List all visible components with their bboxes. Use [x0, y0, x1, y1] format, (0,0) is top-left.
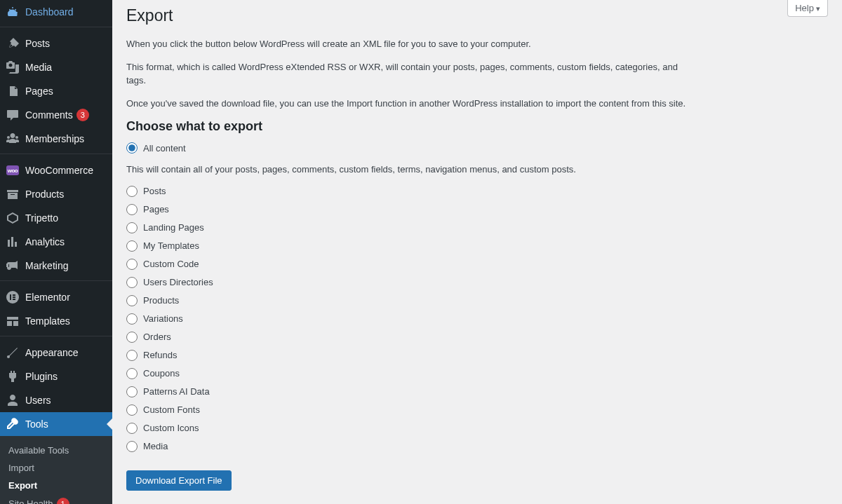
section-heading: Choose what to export — [126, 119, 828, 134]
radio-option[interactable] — [126, 277, 138, 288]
media-icon — [6, 60, 20, 74]
export-option: Custom Code — [126, 259, 828, 270]
export-option: Posts — [126, 186, 828, 197]
radio-label[interactable]: Products — [143, 295, 179, 306]
radio-option[interactable] — [126, 313, 138, 325]
sidebar-item-tripetto[interactable]: Tripetto — [0, 206, 112, 230]
submenu-site-health[interactable]: Site Health1 — [0, 494, 112, 504]
menu-separator — [0, 333, 112, 336]
radio-option[interactable] — [126, 404, 138, 416]
download-export-button[interactable]: Download Export File — [126, 470, 232, 491]
radio-option[interactable] — [126, 441, 138, 452]
radio-label[interactable]: Patterns AI Data — [143, 386, 210, 397]
sidebar-item-products[interactable]: Products — [0, 182, 112, 206]
radio-option[interactable] — [126, 368, 138, 379]
help-label: Help — [795, 3, 814, 13]
radio-option[interactable] — [126, 259, 138, 270]
submenu-label: Available Tools — [8, 445, 69, 456]
brush-icon — [6, 346, 20, 360]
svg-rect-1 — [10, 294, 11, 300]
sidebar-item-tools[interactable]: Tools — [0, 412, 112, 436]
submenu-export[interactable]: Export — [0, 477, 112, 494]
sidebar-item-label: Products — [25, 189, 64, 200]
sidebar-item-label: Pages — [25, 86, 53, 97]
count-badge: 3 — [76, 109, 89, 121]
radio-label[interactable]: Pages — [143, 204, 169, 214]
sidebar-item-label: Analytics — [25, 236, 65, 247]
radio-option[interactable] — [126, 240, 138, 252]
sidebar-item-elementor[interactable]: Elementor — [0, 285, 112, 309]
radio-label[interactable]: Custom Code — [143, 259, 199, 269]
sidebar-item-marketing[interactable]: Marketing — [0, 254, 112, 278]
radio-option[interactable] — [126, 332, 138, 343]
count-badge: 1 — [57, 498, 69, 504]
sidebar-item-comments[interactable]: Comments 3 — [0, 103, 112, 127]
sidebar-item-pages[interactable]: Pages — [0, 79, 112, 103]
radio-label[interactable]: My Templates — [143, 240, 199, 251]
pin-icon — [6, 36, 20, 50]
radio-label[interactable]: Posts — [143, 186, 166, 196]
submenu-available-tools[interactable]: Available Tools — [0, 442, 112, 459]
sidebar-item-media[interactable]: Media — [0, 55, 112, 79]
radio-option[interactable] — [126, 295, 138, 306]
radio-label[interactable]: Coupons — [143, 368, 180, 379]
tripetto-icon — [6, 211, 20, 225]
sidebar-item-users[interactable]: Users — [0, 388, 112, 412]
main-content: Help Export When you click the button be… — [112, 0, 842, 504]
sidebar-item-label: Tripetto — [25, 212, 58, 224]
radio-all-content[interactable] — [126, 142, 138, 154]
export-option: Refunds — [126, 350, 828, 361]
export-option: Variations — [126, 313, 828, 325]
radio-option[interactable] — [126, 350, 138, 361]
submenu-label: Site Health — [8, 498, 53, 505]
sidebar-item-label: Marketing — [25, 260, 68, 271]
dashboard-icon — [6, 5, 20, 19]
sidebar-item-memberships[interactable]: Memberships — [0, 127, 112, 151]
radio-option[interactable] — [126, 222, 138, 233]
radio-label[interactable]: Orders — [143, 332, 171, 342]
radio-label[interactable]: Media — [143, 441, 168, 451]
export-option: Coupons — [126, 368, 828, 379]
radio-option[interactable] — [126, 186, 138, 197]
radio-option[interactable] — [126, 204, 138, 215]
radio-label[interactable]: All content — [143, 143, 186, 154]
export-option: Patterns AI Data — [126, 386, 828, 397]
menu-separator — [0, 278, 112, 281]
sidebar-item-label: Comments — [25, 109, 73, 121]
export-option: Pages — [126, 204, 828, 215]
svg-rect-4 — [13, 299, 15, 300]
submenu-import[interactable]: Import — [0, 459, 112, 477]
radio-label[interactable]: Users Directories — [143, 277, 213, 287]
sidebar-item-analytics[interactable]: Analytics — [0, 230, 112, 254]
radio-label[interactable]: Refunds — [143, 350, 177, 360]
sidebar-item-templates[interactable]: Templates — [0, 309, 112, 333]
sidebar-item-plugins[interactable]: Plugins — [0, 365, 112, 388]
wrench-icon — [6, 417, 20, 431]
intro-text: Once you've saved the download file, you… — [126, 97, 688, 111]
export-option: Custom Fonts — [126, 404, 828, 416]
sidebar-item-label: Tools — [25, 418, 48, 430]
sidebar-item-dashboard[interactable]: Dashboard — [0, 0, 112, 24]
sidebar-item-appearance[interactable]: Appearance — [0, 341, 112, 365]
sidebar-item-woocommerce[interactable]: woo WooCommerce — [0, 158, 112, 182]
radio-label[interactable]: Custom Fonts — [143, 404, 200, 415]
radio-option[interactable] — [126, 423, 138, 434]
user-icon — [6, 393, 20, 407]
sidebar-item-label: Dashboard — [25, 6, 74, 18]
megaphone-icon — [6, 259, 20, 273]
export-option: Users Directories — [126, 277, 828, 288]
help-tab[interactable]: Help — [787, 0, 828, 17]
radio-label[interactable]: Variations — [143, 313, 183, 324]
admin-sidebar: Dashboard Posts Media Pages Comments 3 M… — [0, 0, 112, 504]
sidebar-item-label: Posts — [25, 38, 50, 49]
radio-label[interactable]: Landing Pages — [143, 222, 204, 233]
sidebar-item-posts[interactable]: Posts — [0, 32, 112, 55]
sidebar-item-label: Memberships — [25, 133, 84, 144]
groups-icon — [6, 132, 20, 146]
radio-option[interactable] — [126, 386, 138, 397]
export-option: Products — [126, 295, 828, 306]
page-icon — [6, 84, 20, 98]
radio-label[interactable]: Custom Icons — [143, 423, 199, 433]
export-option: Custom Icons — [126, 423, 828, 434]
intro-text: This format, which is called WordPress e… — [126, 60, 688, 88]
